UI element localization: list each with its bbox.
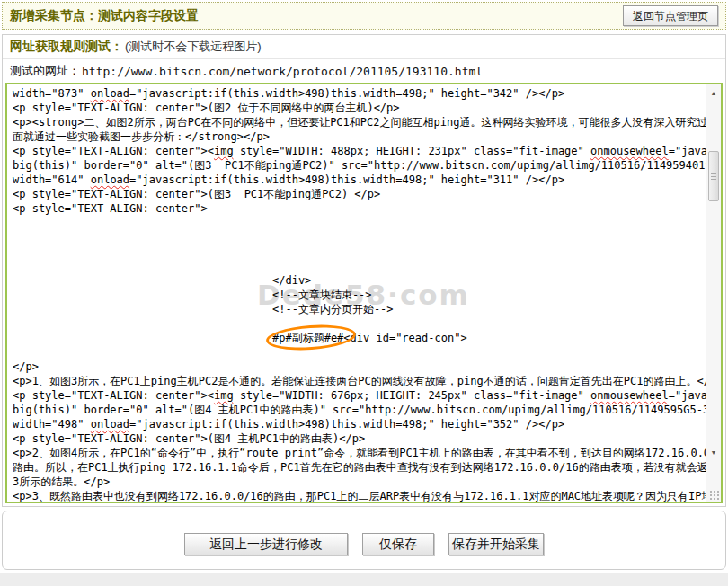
code-line: <!--文章内分页开始--> [13, 302, 706, 316]
code-line: #p#副标题#e#<div id="read-con"> [13, 331, 706, 345]
code-line: <p style="TEXT-ALIGN: center"> [13, 201, 706, 216]
content-source-textarea[interactable]: Dede58·com width="873" onload="javascrip… [5, 83, 723, 503]
page-title: 新增采集节点：测试内容字段设置 [10, 8, 199, 24]
scroll-up-icon[interactable]: ▲ [706, 86, 721, 101]
code-line: </div> [13, 273, 706, 288]
code-line: <p>2、如图4所示，在PC1的“命令行”中，执行“route print”命令… [13, 446, 706, 460]
code-line: <p><strong>二、如图2所示，两台PC在不同的网络中，但还要让PC1和P… [13, 115, 706, 129]
test-url-bar: 测试的网址： http://www.bitscn.com/network/pro… [3, 59, 725, 83]
code-line: 面就通过一些实验截图一步步分析：</strong></p> [13, 129, 706, 144]
save-and-start-collect-button[interactable]: 保存并开始采集 [448, 533, 544, 555]
page-header: 新增采集节点：测试内容字段设置 返回节点管理页 [2, 2, 726, 30]
code-line: <p style="TEXT-ALIGN: center">(图4 主机PC1中… [13, 431, 706, 446]
code-line: <p style="TEXT-ALIGN: center">(图2 位于不同网络… [13, 101, 706, 115]
code-line: </p> [13, 360, 706, 374]
code-line: width="498" onload="javascript:if(this.w… [13, 417, 706, 431]
resize-grip-icon[interactable] [709, 490, 719, 500]
code-line: width="614" onload="javascript:if(this.w… [13, 173, 706, 187]
back-previous-step-button[interactable]: 返回上一步进行修改 [184, 533, 348, 555]
collection-node-test-page: 新增采集节点：测试内容字段设置 返回节点管理页 网址获取规则测试： (测试时不会… [0, 2, 728, 586]
rule-test-note: (测试时不会下载远程图片) [125, 39, 262, 55]
rule-test-bar: 网址获取规则测试： (测试时不会下载远程图片) [3, 35, 725, 59]
code-line: 路由。所以，在PC1上执行ping 172.16.1.1命令后，PC1首先在它的… [13, 460, 706, 475]
code-line [13, 259, 706, 273]
test-url-value: http://www.bitscn.com/network/protocol/2… [82, 65, 483, 78]
code-line: <p style="TEXT-ALIGN: center"><img style… [13, 388, 706, 403]
code-line: <p>1、如图3所示，在PC1上ping主机PC2是不通的。若能保证连接两台PC… [13, 374, 706, 388]
code-line: <p style="TEXT-ALIGN: center"><img style… [13, 144, 706, 158]
code-line [13, 316, 706, 331]
save-only-button[interactable]: 仅保存 [362, 533, 434, 555]
textarea-scrollbar[interactable]: ▲ ▼ [706, 84, 721, 502]
html-source-content: width="873" onload="javascript:if(this.w… [7, 84, 706, 502]
code-line: big(this)" border="0" alt="(图3 PC1不能ping… [13, 158, 706, 173]
code-line: width="873" onload="javascript:if(this.w… [13, 86, 706, 101]
code-line: <p style="TEXT-ALIGN: center">(图3 PC1不能p… [13, 187, 706, 201]
code-line [13, 244, 706, 259]
code-line: <p>3、既然路由表中也没有到网络172.16.0.0/16的路由，那PC1上的… [13, 489, 706, 502]
code-line [13, 345, 706, 360]
code-line: <!--文章块结束--> [13, 288, 706, 302]
code-line: big(this)" border="0" alt="(图4 主机PC1中的路由… [13, 403, 706, 417]
rule-test-label: 网址获取规则测试： [10, 39, 123, 55]
scrollbar-thumb[interactable] [708, 151, 719, 201]
test-url-label: 测试的网址： [10, 63, 80, 79]
back-to-node-management-button[interactable]: 返回节点管理页 [623, 5, 718, 26]
page-bottom-strip [0, 573, 728, 586]
scroll-down-icon[interactable]: ▼ [706, 446, 721, 460]
action-panel: 返回上一步进行修改 仅保存 保存并开始采集 [2, 511, 726, 570]
code-line: 3所示的结果。</p> [13, 475, 706, 489]
test-result-container: 网址获取规则测试： (测试时不会下载远程图片) 测试的网址： http://ww… [2, 34, 726, 507]
code-line [13, 230, 706, 244]
code-line [13, 216, 706, 230]
